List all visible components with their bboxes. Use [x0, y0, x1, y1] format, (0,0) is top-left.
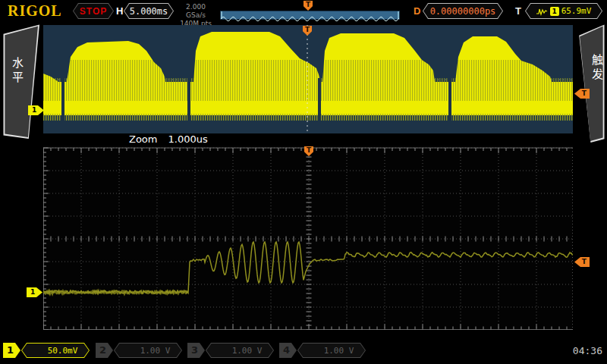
sample-rate: 2.000 GSa/s: [175, 3, 216, 20]
trigger-level-value: 65.9mV: [561, 6, 592, 16]
channel1-ground-marker-main[interactable]: 1: [28, 105, 44, 115]
channel3-scale-box[interactable]: 1.00 V: [206, 343, 274, 358]
channel1-ground-marker-zoom[interactable]: 1: [27, 287, 42, 297]
main-waveform-display: T: [43, 25, 573, 133]
channel2-scale-value: 1.00 V: [140, 346, 171, 356]
channel3-scale-value: 1.00 V: [232, 346, 263, 356]
timebase-readout[interactable]: 5.000ms: [124, 3, 174, 19]
zoom-title: Zoom: [129, 133, 157, 145]
zoom-waveform-display: T: [43, 146, 573, 330]
tab-trigger-label: 触发: [589, 54, 605, 83]
trigger-waveform-icon: [536, 7, 548, 16]
zoom-waveform-svg: [43, 146, 573, 330]
clock: 04:36: [568, 345, 602, 356]
channel3-badge[interactable]: 3: [187, 343, 205, 358]
channel1-badge[interactable]: 1: [3, 343, 20, 358]
channel1-scale-box[interactable]: 50.0mV: [21, 343, 90, 358]
trigger-position-pennant-top[interactable]: T: [304, 1, 313, 11]
main-waveform-svg: [43, 25, 573, 133]
horizontal-position-scrollbar[interactable]: [220, 11, 400, 20]
zoom-scale: 1.000us: [168, 133, 207, 145]
timebase-value: 5.000ms: [124, 3, 174, 19]
trigger-readout[interactable]: 1 65.9mV: [525, 3, 602, 19]
channel2-scale-box[interactable]: 1.00 V: [114, 343, 182, 358]
zoom-label: Zoom 1.000us: [129, 133, 208, 145]
channel2-badge[interactable]: 2: [96, 343, 113, 358]
horizontal-label: H: [116, 5, 123, 17]
run-status-indicator[interactable]: STOP: [73, 3, 114, 19]
delay-value: 0.00000000ps: [423, 3, 503, 19]
scrollbar-waveform-preview: [221, 15, 399, 23]
trigger-label: T: [515, 5, 521, 17]
trigger-level-marker-zoom[interactable]: T: [574, 257, 590, 267]
trigger-source-badge: 1: [550, 7, 559, 16]
run-status-text: STOP: [73, 3, 114, 19]
channel1-scale-value: 50.0mV: [48, 346, 78, 356]
channel4-scale-value: 1.00 V: [324, 346, 354, 356]
delay-readout[interactable]: 0.00000000ps: [423, 3, 503, 19]
channel4-scale-box[interactable]: 1.00 V: [297, 343, 366, 358]
channel4-badge[interactable]: 4: [279, 343, 297, 358]
oscilloscope-screen: { "brand": "RIGOL", "top_bar": { "status…: [0, 0, 607, 364]
tab-trigger-menu[interactable]: 触发: [568, 24, 605, 143]
rigol-logo: RIGOL: [8, 2, 62, 20]
delay-label: D: [414, 5, 420, 17]
tab-horizontal-menu[interactable]: 水平: [2, 24, 39, 139]
top-status-bar: RIGOL STOP H 5.000ms 2.000 GSa/s 140M pt…: [0, 0, 607, 23]
tab-horizontal-label: 水平: [9, 57, 25, 86]
